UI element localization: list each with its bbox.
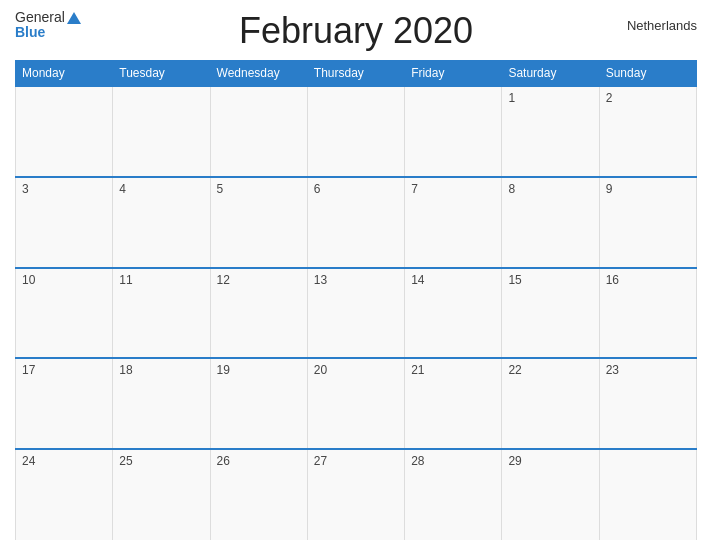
day-number: 25 (119, 454, 132, 468)
day-number: 6 (314, 182, 321, 196)
calendar-day-cell: 29 (502, 449, 599, 540)
calendar-day-cell: 20 (307, 358, 404, 449)
calendar-header-row: Monday Tuesday Wednesday Thursday Friday… (16, 61, 697, 87)
day-number: 22 (508, 363, 521, 377)
calendar-day-cell (307, 86, 404, 177)
day-number: 9 (606, 182, 613, 196)
calendar-day-cell: 28 (405, 449, 502, 540)
calendar-week-row: 17181920212223 (16, 358, 697, 449)
day-number: 13 (314, 273, 327, 287)
day-number: 28 (411, 454, 424, 468)
logo: General Blue (15, 10, 81, 41)
calendar-day-cell: 15 (502, 268, 599, 359)
calendar-day-cell: 11 (113, 268, 210, 359)
calendar-day-cell: 10 (16, 268, 113, 359)
day-number: 24 (22, 454, 35, 468)
calendar-day-cell: 8 (502, 177, 599, 268)
calendar-week-row: 242526272829 (16, 449, 697, 540)
day-number: 1 (508, 91, 515, 105)
header-monday: Monday (16, 61, 113, 87)
day-number: 20 (314, 363, 327, 377)
calendar-day-cell: 27 (307, 449, 404, 540)
calendar-body: 1234567891011121314151617181920212223242… (16, 86, 697, 540)
day-number: 14 (411, 273, 424, 287)
calendar-day-cell: 22 (502, 358, 599, 449)
calendar-day-cell: 25 (113, 449, 210, 540)
day-number: 7 (411, 182, 418, 196)
calendar-day-cell: 4 (113, 177, 210, 268)
day-number: 3 (22, 182, 29, 196)
day-number: 10 (22, 273, 35, 287)
logo-general-text: General (15, 10, 81, 25)
calendar-day-cell (405, 86, 502, 177)
day-number: 11 (119, 273, 132, 287)
country-label: Netherlands (627, 18, 697, 33)
calendar-day-cell (210, 86, 307, 177)
logo-triangle-icon (67, 12, 81, 24)
header-thursday: Thursday (307, 61, 404, 87)
calendar-day-cell: 21 (405, 358, 502, 449)
calendar-day-cell: 5 (210, 177, 307, 268)
day-number: 2 (606, 91, 613, 105)
calendar-title: February 2020 (239, 10, 473, 52)
day-number: 5 (217, 182, 224, 196)
calendar-day-cell: 3 (16, 177, 113, 268)
day-number: 16 (606, 273, 619, 287)
calendar-day-cell: 18 (113, 358, 210, 449)
calendar-day-cell: 1 (502, 86, 599, 177)
calendar-day-cell: 6 (307, 177, 404, 268)
calendar-day-cell: 24 (16, 449, 113, 540)
header-sunday: Sunday (599, 61, 696, 87)
calendar-day-cell: 14 (405, 268, 502, 359)
header-tuesday: Tuesday (113, 61, 210, 87)
day-number: 12 (217, 273, 230, 287)
calendar-day-cell: 26 (210, 449, 307, 540)
day-number: 15 (508, 273, 521, 287)
calendar-day-cell: 23 (599, 358, 696, 449)
header-friday: Friday (405, 61, 502, 87)
calendar-day-cell: 19 (210, 358, 307, 449)
calendar-day-cell: 7 (405, 177, 502, 268)
calendar-header: General Blue February 2020 Netherlands (15, 10, 697, 52)
weekday-header-row: Monday Tuesday Wednesday Thursday Friday… (16, 61, 697, 87)
day-number: 8 (508, 182, 515, 196)
day-number: 19 (217, 363, 230, 377)
day-number: 21 (411, 363, 424, 377)
calendar-day-cell (113, 86, 210, 177)
logo-blue-text: Blue (15, 25, 45, 40)
day-number: 23 (606, 363, 619, 377)
calendar-week-row: 3456789 (16, 177, 697, 268)
day-number: 4 (119, 182, 126, 196)
calendar-table: Monday Tuesday Wednesday Thursday Friday… (15, 60, 697, 540)
calendar-week-row: 12 (16, 86, 697, 177)
day-number: 29 (508, 454, 521, 468)
calendar-day-cell: 16 (599, 268, 696, 359)
header-wednesday: Wednesday (210, 61, 307, 87)
day-number: 17 (22, 363, 35, 377)
calendar-week-row: 10111213141516 (16, 268, 697, 359)
calendar-day-cell (16, 86, 113, 177)
calendar-day-cell: 9 (599, 177, 696, 268)
calendar-wrapper: General Blue February 2020 Netherlands M… (0, 0, 712, 550)
day-number: 26 (217, 454, 230, 468)
calendar-day-cell (599, 449, 696, 540)
header-saturday: Saturday (502, 61, 599, 87)
day-number: 27 (314, 454, 327, 468)
calendar-day-cell: 13 (307, 268, 404, 359)
day-number: 18 (119, 363, 132, 377)
calendar-day-cell: 12 (210, 268, 307, 359)
calendar-day-cell: 2 (599, 86, 696, 177)
calendar-day-cell: 17 (16, 358, 113, 449)
